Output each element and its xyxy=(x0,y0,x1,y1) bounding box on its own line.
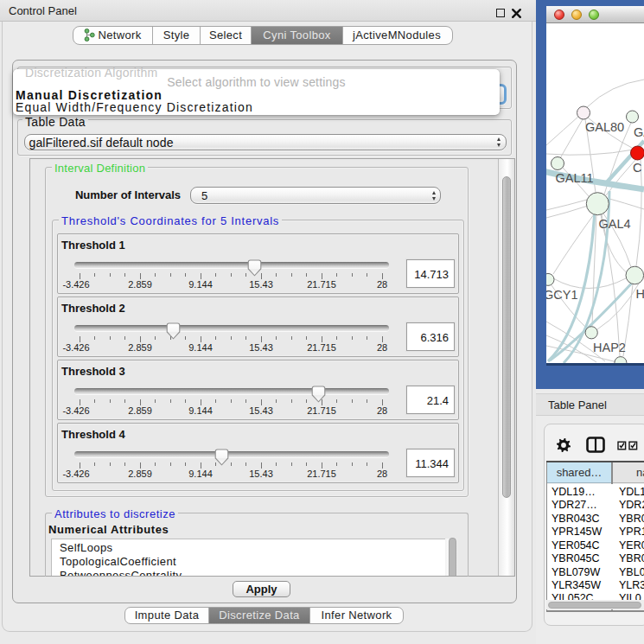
svg-text:GA: GA xyxy=(634,125,644,139)
svg-text:H: H xyxy=(636,287,644,301)
svg-text:C: C xyxy=(633,161,641,175)
svg-text:GCY1: GCY1 xyxy=(546,288,578,302)
svg-text:GAL11: GAL11 xyxy=(556,171,594,185)
svg-text:HAP2: HAP2 xyxy=(593,341,626,354)
svg-text:GAL80: GAL80 xyxy=(585,120,624,134)
svg-text:GAL4: GAL4 xyxy=(599,217,631,231)
